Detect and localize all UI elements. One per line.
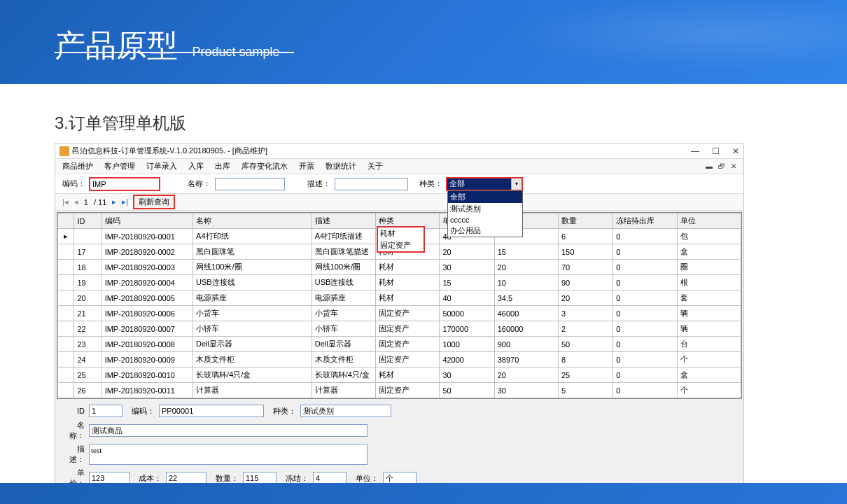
cell-code[interactable]: IMP-20180920-0004 [102, 275, 192, 290]
mdi-close[interactable]: ✕ [731, 162, 736, 170]
col-id[interactable]: ID [74, 214, 102, 229]
cell-code[interactable]: IMP-20180920-0007 [102, 321, 192, 337]
cell-desc[interactable]: 电源插座 [312, 290, 375, 306]
cell-price[interactable]: 20 [440, 244, 494, 260]
nav-next-icon[interactable]: ▸ [112, 197, 116, 206]
cell-unit[interactable]: 台 [677, 337, 741, 352]
form-id-input[interactable] [89, 405, 122, 417]
table-row[interactable]: 23IMP-20180920-0008Dell显示器Dell显示器固定资产100… [58, 337, 741, 352]
cell-freeze[interactable]: 0 [613, 368, 677, 383]
close-button[interactable]: ✕ [732, 146, 739, 156]
cell-type[interactable]: 耗材 [376, 260, 440, 275]
cell-id[interactable]: 24 [74, 352, 102, 368]
cell-unit[interactable]: 盒 [677, 368, 741, 383]
menu-stats[interactable]: 数据统计 [326, 161, 356, 172]
cell-unit[interactable]: 个 [677, 383, 741, 398]
cell-qty[interactable]: 50 [558, 337, 612, 352]
nav-first-icon[interactable]: |◂ [62, 197, 69, 206]
table-row[interactable]: 21IMP-20180920-0006小货车小货车固定资产50000460003… [58, 306, 741, 321]
cell-unit[interactable]: 盒 [677, 244, 741, 260]
nav-prev-icon[interactable]: ◂ [74, 197, 78, 206]
cell-cost[interactable]: 20 [494, 368, 558, 383]
menu-stock-out[interactable]: 出库 [215, 161, 230, 172]
cell-type[interactable]: 固定资产 [376, 383, 440, 398]
cell-name[interactable]: 计算器 [193, 383, 312, 398]
cell-unit[interactable]: 包 [677, 229, 741, 244]
menu-about[interactable]: 关于 [368, 161, 383, 172]
cell-type[interactable]: 耗材 [376, 275, 440, 290]
cell-price[interactable]: 170000 [440, 321, 494, 337]
cell-name[interactable]: A4打印纸 [193, 229, 312, 244]
cell-unit[interactable]: 圈 [677, 260, 741, 275]
cell-desc[interactable]: USB连接线 [312, 275, 375, 290]
minimize-button[interactable]: — [691, 146, 699, 156]
cell-id[interactable]: 25 [74, 368, 102, 383]
cell-desc[interactable]: 计算器 [312, 383, 375, 398]
table-row[interactable]: 18IMP-20180920-0003网线100米/圈网线100米/圈耗材302… [58, 260, 741, 275]
dd-option-office[interactable]: 办公用品 [448, 225, 522, 237]
cell-type[interactable]: 耗材 [376, 368, 440, 383]
cell-name[interactable]: 黑白圆珠笔 [193, 244, 312, 260]
cell-id[interactable]: 18 [74, 260, 102, 275]
cell-name[interactable]: 网线100米/圈 [193, 260, 312, 275]
col-qty[interactable]: 数量 [558, 214, 612, 229]
cell-freeze[interactable]: 0 [613, 306, 677, 321]
cell-price[interactable]: 42000 [440, 352, 494, 368]
col-freeze[interactable]: 冻结待出库 [613, 214, 677, 229]
cell-id[interactable]: 17 [74, 244, 102, 260]
cell-code[interactable]: IMP-20180920-0009 [102, 352, 192, 368]
menu-products[interactable]: 商品维护 [62, 161, 93, 172]
cell-price[interactable]: 30 [440, 368, 494, 383]
cell-unit[interactable]: 个 [677, 352, 741, 368]
cell-code[interactable]: IMP-20180920-0003 [102, 260, 192, 275]
cell-desc[interactable]: A4打印纸描述 [312, 229, 375, 244]
cell-unit[interactable]: 辆 [677, 321, 741, 337]
cell-qty[interactable]: 5 [558, 383, 612, 398]
cell-price[interactable]: 30 [440, 260, 494, 275]
menu-invoice[interactable]: 开票 [299, 161, 314, 172]
cell-code[interactable]: IMP-20180920-0010 [102, 368, 192, 383]
cell-qty[interactable]: 70 [558, 260, 612, 275]
cell-desc[interactable]: 小货车 [312, 306, 375, 321]
cell-freeze[interactable]: 0 [613, 290, 677, 306]
table-row[interactable]: 20IMP-20180920-0005电源插座电源插座耗材4034.5200套 [58, 290, 741, 306]
cell-cost[interactable]: 10 [494, 275, 558, 290]
cell-price[interactable]: 50000 [440, 306, 494, 321]
cell-cost[interactable]: 160000 [494, 321, 558, 337]
cell-type[interactable]: 固定资产 [376, 352, 440, 368]
form-desc-input[interactable] [89, 444, 368, 465]
cell-freeze[interactable]: 0 [613, 337, 677, 352]
cell-qty[interactable]: 25 [558, 368, 612, 383]
cell-code[interactable]: IMP-20180920-0011 [102, 383, 192, 398]
cell-id[interactable]: 23 [74, 337, 102, 352]
table-row[interactable]: 26IMP-20180920-0011计算器计算器固定资产503050个 [58, 383, 741, 398]
cell-unit[interactable]: 套 [677, 290, 741, 306]
col-unit[interactable]: 单位 [677, 214, 741, 229]
cell-name[interactable]: 长玻璃杯/4只/盒 [193, 368, 312, 383]
dd-option-ccccc[interactable]: ccccc [448, 215, 522, 225]
cell-freeze[interactable]: 0 [613, 352, 677, 368]
cell-qty[interactable]: 20 [558, 290, 612, 306]
cell-code[interactable]: IMP-20180920-0002 [102, 244, 192, 260]
cell-qty[interactable]: 8 [558, 352, 612, 368]
cell-cost[interactable]: 15 [494, 244, 558, 260]
cell-name[interactable]: 木质文件柜 [193, 352, 312, 368]
cell-id[interactable]: 20 [74, 290, 102, 306]
table-row[interactable]: 24IMP-20180920-0009木质文件柜木质文件柜固定资产4200038… [58, 352, 741, 368]
cell-id[interactable]: 16 [74, 229, 102, 244]
cell-cost[interactable]: 20 [494, 260, 558, 275]
dd-option-test[interactable]: 测试类别 [448, 203, 522, 215]
code-input[interactable] [90, 178, 160, 190]
cell-code[interactable]: IMP-20180920-0001 [102, 229, 192, 244]
cell-type[interactable]: 固定资产 [376, 306, 440, 321]
cell-id[interactable]: 19 [74, 275, 102, 290]
dropdown-arrow-icon[interactable]: ▾ [511, 178, 522, 190]
cell-desc[interactable]: 长玻璃杯/4只/盒 [312, 368, 375, 383]
refresh-button[interactable]: 刷新查询 [134, 195, 174, 209]
menu-stock-flow[interactable]: 库存变化流水 [241, 161, 288, 172]
type-dropdown[interactable]: 全部 ▾ 全部 测试类别 ccccc 办公用品 [447, 178, 522, 190]
cell-cost[interactable]: 34.5 [494, 290, 558, 306]
form-type-input[interactable] [300, 405, 391, 417]
mdi-restore[interactable]: 🗗 [718, 162, 725, 170]
cell-freeze[interactable]: 0 [613, 229, 677, 244]
